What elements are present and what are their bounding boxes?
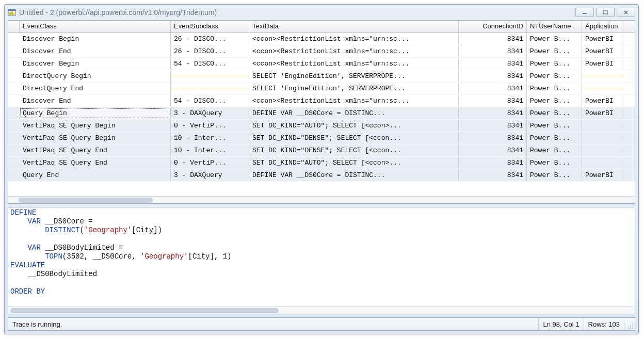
cell[interactable]: Query Begin <box>20 108 171 119</box>
cell[interactable] <box>582 75 623 78</box>
col-ntusername[interactable]: NTUserName <box>527 21 582 33</box>
cell[interactable]: Power B... <box>527 108 582 119</box>
table-row[interactable]: Query Begin3 - DAXQueryDEFINE VAR __DS0C… <box>8 107 635 120</box>
cell[interactable]: DirectQuery End <box>20 83 171 94</box>
grid-body[interactable]: Discover Begin26 - DISCO...<ccon><Restri… <box>8 33 635 196</box>
cell[interactable]: 3 - DAXQuery <box>171 108 249 119</box>
table-row[interactable]: Discover Begin54 - DISCO...<ccon><Restri… <box>8 58 635 70</box>
col-eventsubclass[interactable]: EventSubclass <box>171 21 249 33</box>
cell[interactable]: Discover Begin <box>20 34 171 44</box>
scroll-thumb[interactable] <box>10 308 279 313</box>
cell[interactable]: Power B... <box>527 46 582 57</box>
cell[interactable] <box>582 137 623 140</box>
table-row[interactable]: Discover Begin26 - DISCO...<ccon><Restri… <box>8 33 635 45</box>
cell[interactable]: SET DC_KIND="AUTO"; SELECT [<ccon>... <box>249 120 459 131</box>
cell[interactable]: Power B... <box>527 34 582 44</box>
trace-grid[interactable]: EventClass EventSubclass TextData Connec… <box>8 20 635 204</box>
cell[interactable]: Discover Begin <box>20 58 171 69</box>
cell[interactable]: 10 - Inter... <box>171 133 249 143</box>
code-text[interactable]: DEFINE VAR __DS0Core = DISTINCT('Geograp… <box>8 207 635 306</box>
cell[interactable]: VertiPaq SE Query Begin <box>20 133 171 143</box>
cell[interactable]: 8341 <box>459 120 527 131</box>
cell[interactable]: Power B... <box>527 95 582 106</box>
cell[interactable]: Power B... <box>527 58 582 69</box>
cell[interactable] <box>582 149 623 152</box>
cell[interactable]: <ccon><RestrictionList xmlns="urn:sc... <box>249 95 459 106</box>
cell[interactable]: PowerBI <box>582 95 623 106</box>
cell[interactable]: DEFINE VAR __DS0Core = DISTINC... <box>249 170 459 181</box>
cell[interactable] <box>171 87 249 90</box>
maximize-button[interactable] <box>596 8 615 17</box>
cell[interactable]: PowerBI <box>582 46 623 57</box>
titlebar[interactable]: Untitled - 2 (powerbi://api.powerbi.com/… <box>5 5 638 20</box>
table-row[interactable]: VertiPaq SE Query End10 - Inter...SET DC… <box>8 144 635 157</box>
col-eventclass[interactable]: EventClass <box>20 21 171 33</box>
cell[interactable]: 8341 <box>459 157 527 168</box>
cell[interactable]: Discover End <box>20 95 171 106</box>
cell[interactable]: Power B... <box>527 71 582 82</box>
cell[interactable]: PowerBI <box>582 34 623 44</box>
cell[interactable]: SET DC_KIND="DENSE"; SELECT [<ccon... <box>249 145 459 156</box>
cell[interactable]: 54 - DISCO... <box>171 58 249 69</box>
cell[interactable]: Query End <box>20 170 171 181</box>
cell[interactable]: <ccon><RestrictionList xmlns="urn:sc... <box>249 58 459 69</box>
table-row[interactable]: VertiPaq SE Query Begin10 - Inter...SET … <box>8 132 635 144</box>
cell[interactable]: VertiPaq SE Query End <box>20 157 171 168</box>
col-connectionid[interactable]: ConnectionID <box>459 21 527 33</box>
cell[interactable]: 26 - DISCO... <box>171 46 249 57</box>
cell[interactable] <box>171 75 249 78</box>
cell[interactable]: 8341 <box>459 170 527 181</box>
cell[interactable]: Power B... <box>527 120 582 131</box>
cell[interactable]: 0 - VertiP... <box>171 120 249 131</box>
grid-header[interactable]: EventClass EventSubclass TextData Connec… <box>8 21 635 33</box>
col-application[interactable]: Application <box>582 21 623 33</box>
cell[interactable]: 8341 <box>459 95 527 106</box>
minimize-button[interactable] <box>575 8 594 17</box>
cell[interactable]: PowerBI <box>582 58 623 69</box>
table-row[interactable]: DirectQuery End SELECT 'EngineEdition', … <box>8 83 635 95</box>
cell[interactable]: SELECT 'EngineEdition', SERVERPROPE... <box>249 83 459 94</box>
cell[interactable]: VertiPaq SE Query Begin <box>20 120 171 131</box>
cell[interactable]: 8341 <box>459 145 527 156</box>
code-scrollbar[interactable] <box>8 306 635 314</box>
cell[interactable]: DirectQuery Begin <box>20 71 171 82</box>
detail-code-panel[interactable]: DEFINE VAR __DS0Core = DISTINCT('Geograp… <box>8 207 635 314</box>
table-row[interactable]: Query End3 - DAXQueryDEFINE VAR __DS0Cor… <box>8 169 635 182</box>
cell[interactable]: 8341 <box>459 58 527 69</box>
cell[interactable]: 8341 <box>459 133 527 143</box>
cell[interactable]: 8341 <box>459 46 527 57</box>
cell[interactable]: PowerBI <box>582 170 623 181</box>
table-row[interactable]: DirectQuery Begin SELECT 'EngineEdition'… <box>8 70 635 83</box>
cell[interactable]: 8341 <box>459 83 527 94</box>
scroll-thumb[interactable] <box>19 198 153 203</box>
cell[interactable]: 0 - VertiP... <box>171 157 249 168</box>
cell[interactable]: Discover End <box>20 46 171 57</box>
cell[interactable]: Power B... <box>527 157 582 168</box>
table-row[interactable]: Discover End54 - DISCO...<ccon><Restrict… <box>8 95 635 107</box>
cell[interactable]: 26 - DISCO... <box>171 34 249 44</box>
cell[interactable]: SELECT 'EngineEdition', SERVERPROPE... <box>249 71 459 82</box>
cell[interactable]: <ccon><RestrictionList xmlns="urn:sc... <box>249 34 459 44</box>
cell[interactable]: PowerBI <box>582 108 623 119</box>
table-row[interactable]: VertiPaq SE Query End0 - VertiP...SET DC… <box>8 157 635 169</box>
table-row[interactable]: Discover End26 - DISCO...<ccon><Restrict… <box>8 45 635 58</box>
cell[interactable]: <ccon><RestrictionList xmlns="urn:sc... <box>249 46 459 57</box>
cell[interactable]: 3 - DAXQuery <box>171 170 249 181</box>
cell[interactable]: 54 - DISCO... <box>171 95 249 106</box>
cell[interactable]: Power B... <box>527 170 582 181</box>
row-header-corner[interactable] <box>8 21 20 33</box>
cell[interactable]: SET DC_KIND="DENSE"; SELECT [<ccon... <box>249 133 459 143</box>
cell[interactable]: 8341 <box>459 34 527 44</box>
cell[interactable]: VertiPaq SE Query End <box>20 145 171 156</box>
cell[interactable]: Power B... <box>527 83 582 94</box>
cell[interactable]: Power B... <box>527 145 582 156</box>
col-textdata[interactable]: TextData <box>249 21 459 33</box>
cell[interactable] <box>582 162 623 165</box>
cell[interactable]: 8341 <box>459 108 527 119</box>
cell[interactable] <box>582 87 623 90</box>
cell[interactable]: SET DC_KIND="AUTO"; SELECT [<ccon>... <box>249 157 459 168</box>
resize-grip-icon[interactable] <box>624 318 635 330</box>
cell[interactable]: 10 - Inter... <box>171 145 249 156</box>
grid-scrollbar[interactable] <box>8 196 635 203</box>
cell[interactable]: 8341 <box>459 71 527 82</box>
